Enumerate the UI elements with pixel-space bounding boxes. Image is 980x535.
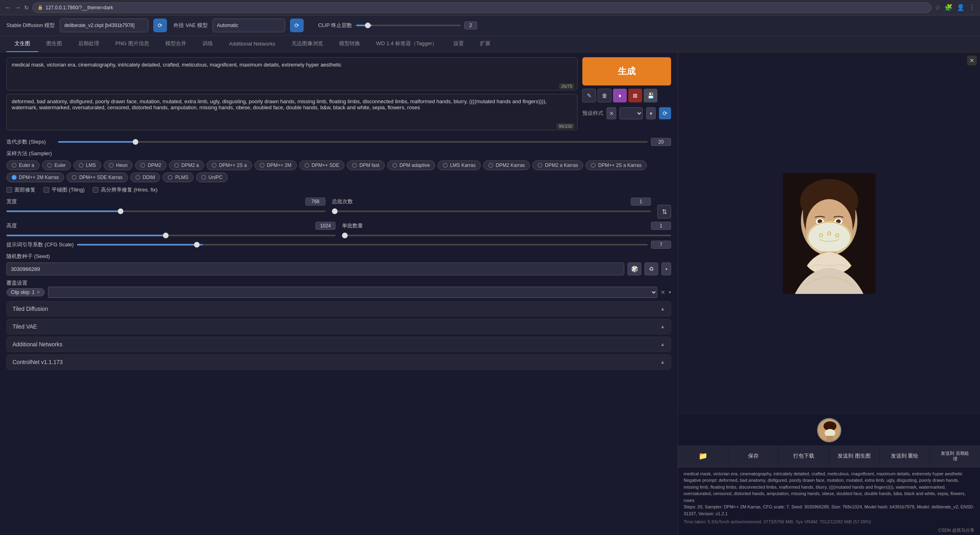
sampler-lmskarras[interactable]: LMS Karras [438,160,481,170]
sampler-label-dpm2akarras: DPM2 a Karras [545,162,578,168]
send-extras-btn[interactable]: 发送到 后期处理 [930,445,980,467]
accordion-tiled-diffusion-title: Tiled Diffusion [13,306,48,312]
override-tag-close[interactable]: ✕ [36,289,40,295]
override-arrow-btn[interactable]: ▾ [669,289,671,295]
preview-style-close[interactable]: ✕ [607,107,616,119]
tab-img2img[interactable]: 图生图 [38,36,70,52]
sampler-label-lms: LMS [86,162,96,168]
style-delete-btn[interactable]: ⊠ [628,89,642,102]
seed-dropdown-btn[interactable]: ▾ [661,262,671,275]
url-text: 127.0.0.1:7860/?__theme=dark [46,5,113,10]
seed-refresh-btn[interactable]: ♻ [644,262,658,275]
sampler-dpmpp2mkarras[interactable]: DPM++ 2M Karras [6,173,64,182]
seed-input[interactable]: 3030966289 [6,262,624,275]
accordion-controlnet: ControlNet v1.1.173 ▲ [6,354,671,370]
sampler-dpm2[interactable]: DPM2 [135,160,166,170]
height-label: 高度 [6,222,17,229]
sampler-dpmppsdekarras[interactable]: DPM++ SDE Karras [67,173,127,182]
style-save-btn[interactable]: 💾 [644,89,657,102]
width-slider[interactable] [6,210,325,212]
override-close-btn[interactable]: ✕ [661,289,665,296]
sampler-unipc[interactable]: UniPC [196,173,228,182]
send-img2img-btn[interactable]: 发送到 图生图 [829,445,879,467]
seed-dice-btn[interactable]: 🎲 [628,262,641,275]
tab-train[interactable]: 训练 [194,36,221,52]
tab-postproc[interactable]: 后期处理 [70,36,107,52]
tab-wd14[interactable]: WD 1.4 标签器（Tagger） [368,36,446,52]
height-slider[interactable] [6,235,336,236]
extensions-icon[interactable]: 🧩 [945,4,953,11]
sampler-dpmpp2s[interactable]: DPM++ 2S a [206,160,252,170]
info-text-area: medical mask, victorian era, cinematogra… [678,467,980,535]
sampler-dpm2karras[interactable]: DPM2 Karras [483,160,530,170]
tab-extensions[interactable]: 扩展 [472,36,498,52]
sd-model-select[interactable]: deliberate_v2.ckpt [b4391b7978] [60,19,148,32]
tab-convert[interactable]: 模型转换 [331,36,368,52]
tab-pnginfo[interactable]: PNG 图片信息 [107,36,157,52]
vae-model-select[interactable]: Automatic [213,19,285,32]
tab-txt2img[interactable]: 文生图 [6,36,38,52]
sampler-dpm2a[interactable]: DPM2 a [169,160,204,170]
height-value: 1024 [315,222,336,230]
accordion-tiled-vae-header[interactable]: Tiled VAE ▲ [7,319,671,334]
override-select[interactable] [48,287,657,298]
sd-model-refresh-btn[interactable]: ⟳ [153,19,167,32]
folder-btn[interactable]: 📁 [678,445,728,467]
tab-additional-networks[interactable]: Additional Networks [221,37,284,52]
sampler-heun[interactable]: Heun [104,160,133,170]
preview-style-select[interactable] [619,107,643,119]
sampler-dppmsde[interactable]: DPM++ SDE [299,160,345,170]
accordion-controlnet-header[interactable]: ControlNet v1.1.173 ▲ [7,355,671,369]
refresh-button[interactable]: ↻ [24,4,29,11]
sampler-plms[interactable]: PLMS [163,173,194,182]
tiling-checkbox[interactable]: 平铺图 (Tiling) [44,186,85,194]
menu-icon[interactable]: ⋮ [969,4,975,11]
thumbnail-face[interactable] [817,418,841,442]
sampler-euler-a[interactable]: Euler a [6,160,40,170]
sampler-ddim[interactable]: DDIM [130,173,161,182]
sampler-euler[interactable]: Euler [42,160,71,170]
batch-count-section: 总批次数 1 [332,198,651,213]
forward-button[interactable]: → [15,4,21,11]
image-close-btn[interactable]: ✕ [967,56,977,65]
sampler-lms[interactable]: LMS [73,160,101,170]
hires-fix-checkbox[interactable]: 高分辨率修复 (Hires. fix) [93,186,158,194]
sampler-dpmadaptive[interactable]: DPM adaptive [387,160,435,170]
sampler-dpmpp2m[interactable]: DPM++ 2M [254,160,297,170]
style-apply-btn[interactable]: ♦ [613,89,627,102]
sampler-dpm2akarras[interactable]: DPM2 a Karras [532,160,583,170]
cfg-scale-slider[interactable] [77,244,648,246]
left-panel: medical mask, victorian era, cinematogra… [0,52,678,535]
swap-dimensions-btn[interactable]: ⇅ [657,205,671,219]
sampler-label: 采样方法 (Sampler) [6,150,671,157]
tab-settings[interactable]: 设置 [445,36,472,52]
preview-style-arrow[interactable]: ▾ [646,107,656,119]
zip-download-btn[interactable]: 打包下载 [779,445,829,467]
accordion-additional-networks-header[interactable]: Additional Networks ▲ [7,337,671,352]
negative-prompt-input[interactable]: deformed, bad anatomy, disfigured, poorl… [6,94,578,130]
sampler-label-plms: PLMS [175,175,188,180]
send-inpaint-btn[interactable]: 发送到 重绘 [880,445,930,467]
vae-model-refresh-btn[interactable]: ⟳ [290,19,304,32]
paste-icon-btn[interactable]: ✎ [582,89,596,102]
accordion-tiled-diffusion-header[interactable]: Tiled Diffusion ▲ [7,302,671,316]
preview-style-refresh[interactable]: ⟳ [659,107,671,119]
positive-prompt-input[interactable]: medical mask, victorian era, cinematogra… [6,57,578,90]
star-icon[interactable]: ☆ [935,4,940,11]
save-btn[interactable]: 保存 [728,445,778,467]
sampler-dpmfast[interactable]: DPM fast [347,160,384,170]
generate-button[interactable]: 生成 [582,57,671,85]
clear-icon-btn[interactable]: 🗑 [598,89,611,102]
batch-size-slider[interactable] [342,235,671,236]
batch-count-slider[interactable] [332,210,651,212]
clip-slider[interactable] [356,25,461,26]
face-restore-checkbox[interactable]: 面部修复 [6,186,35,194]
tab-tagger[interactable]: 无边图像浏览 [284,36,331,52]
tab-merge[interactable]: 模型合并 [157,36,194,52]
thumbnail-face-img [818,419,841,442]
back-button[interactable]: ← [5,4,11,11]
thumbnails-row [678,415,980,445]
account-icon[interactable]: 👤 [957,4,965,11]
sampler-dpmpp2skarras[interactable]: DPM++ 2S a Karras [586,160,646,170]
steps-slider[interactable] [58,141,648,143]
